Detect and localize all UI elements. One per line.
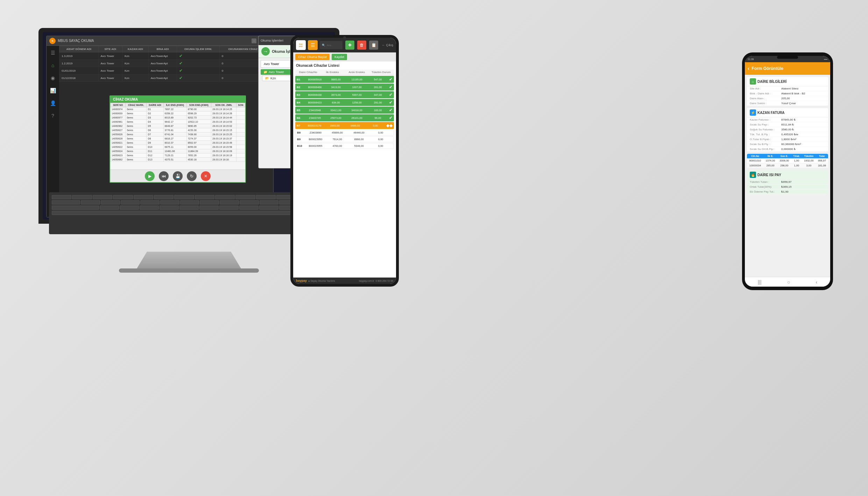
table-row[interactable]: 1.3.2019 Avcı Tower Kzn AvcıTowerApt ✔ 0 — [59, 52, 273, 60]
phone1-list-item[interactable]: B5 Z3403548 33411,00 34018,00 183,00 ✔ — [295, 107, 394, 114]
main-table: AİDAT DÖNEM ADI SİTE ADI KAZAN ADI BİNA … — [59, 46, 273, 82]
check-icon: ✔ — [389, 77, 393, 82]
key — [195, 195, 214, 199]
save-button[interactable]: 💾 — [173, 171, 183, 181]
refresh-button[interactable]: ↻ — [187, 171, 197, 181]
info-row: Sıcak Su B.Fly. : 60,360000 ₺/m² — [747, 142, 828, 147]
sidebar-icon-chart[interactable]: 📊 — [49, 86, 57, 95]
phone1-add-button[interactable]: ✚ — [345, 41, 354, 50]
check-icon: ✔ — [389, 108, 393, 113]
phone1-delete-button[interactable]: 🗑 — [357, 41, 366, 50]
tuketim-tutari-label: Tüketim Tutarı : — [750, 180, 781, 184]
first-button[interactable]: ⏮ — [159, 171, 169, 181]
daire-isi-section: 🔥 DAİRE ISI PAY Tüketim Tutarı : ₺956,97… — [747, 170, 828, 194]
nav-home-icon[interactable]: ○ — [787, 279, 790, 285]
cihaz-row[interactable]: 14050623SeresD127129.217652.2628.03.19 1… — [111, 153, 245, 158]
info-row: Daire Alanı : 205,00 — [747, 96, 828, 101]
cihaz-row[interactable]: 14050624SeresD1110481.6611884.3928.03.19… — [111, 149, 245, 153]
sidebar-icon-menu[interactable]: ☰ — [49, 49, 57, 57]
table-row[interactable]: 01/01/2019 Avcı Tower Kzn AvcıTowerApt ✔… — [59, 67, 273, 74]
cancel-button[interactable]: ✕ — [201, 171, 211, 181]
cihaz-row[interactable]: 14050622SeresD106875.118059.0028.03.19 1… — [111, 145, 245, 149]
sicak-su-pay-label: Sıcak Su Payı : — [750, 123, 781, 126]
phone1-list-item[interactable]: B8 Z3403690 45899,00 46446,00 0,00 — [295, 130, 394, 136]
cell-kazan: Kzn — [122, 74, 148, 82]
kaydet-button[interactable]: Kaydet — [332, 54, 347, 60]
fire-icon: 🔥 — [750, 172, 756, 178]
cell-bina: AvcıTowerApt — [148, 60, 177, 67]
phone1-search[interactable]: 🔍 Ara.. — [320, 41, 343, 49]
key — [101, 200, 120, 204]
tuketim-tutari-value: ₺956,97 — [781, 180, 825, 184]
phone1-exit-button[interactable]: ← Çıkış — [382, 43, 393, 47]
key — [52, 200, 80, 204]
sidebar-icon-home[interactable]: ⌂ — [49, 61, 57, 70]
table-row[interactable]: 1.2.2019 Avcı Tower Kzn AvcıTowerApt ✔ 0 — [59, 60, 273, 67]
ek-odeme-value: ₺1,93 — [781, 190, 825, 193]
col-t-kat: T.Kat. — [791, 154, 802, 158]
cell-check: ✔ — [177, 74, 220, 82]
col-daire-ciha: Daire CihazNo — [297, 71, 320, 74]
cihaz-row[interactable]: 14050626SeresD76741.047438.9028.03.19 18… — [111, 132, 245, 137]
sicak-su-ort-value: 0,000000 ₺ — [781, 148, 825, 151]
cell-check: ✔ — [177, 60, 220, 67]
phone1-list-item[interactable]: B10 B00015955 4783,00 5348,00 0,00 — [295, 143, 394, 149]
phone1-list-item[interactable]: B4 B00006423 634,00 1258,00 291,00 ✔ — [295, 99, 394, 106]
info-row: O.Tutar B.Fiyatı : 1,8000 ₺/m² — [747, 137, 828, 142]
cihaz-row[interactable]: 14050682SeresD134375.514530.1628.03.19 1… — [111, 158, 245, 162]
nav-menu-icon[interactable]: ||| — [758, 279, 762, 285]
phone1-device: baypay ☰ 🔍 Ara.. ✚ 🗑 📋 ← Çıkış Cihaz Oku… — [290, 35, 399, 287]
nav-back-icon[interactable]: ‹ — [816, 279, 818, 285]
cihaz-row[interactable]: 14060974SeresD17897.228790.0028.03.19 18… — [111, 107, 245, 112]
space-key — [52, 211, 326, 215]
phone1-camera — [343, 36, 346, 39]
phone1-list-item[interactable]: B6 Z3403745 25673,00 26101,00 96,00 ✔ — [295, 114, 394, 121]
cihaz-okuma-basla-button[interactable]: Cihaz Okuma Başlat — [295, 54, 330, 60]
daire-section-title: DAİRE BİLGİLERİ — [757, 80, 786, 84]
cell-site: Avcı Tower — [98, 60, 122, 67]
phone1-list-item[interactable]: B2 B00006468 3419,00 1007,00 261,00 ✔ — [295, 84, 394, 91]
sidebar-icon-globe[interactable]: ◉ — [49, 74, 57, 82]
phone1-list-item[interactable]: B7 B00015178 2993,00 3488,00 0,00 ◆◆ — [295, 122, 394, 129]
cell-kazan: Kzn — [122, 67, 148, 74]
cihaz-row[interactable]: 14050621SeresD98010.378502.9728.03.19 18… — [111, 141, 245, 145]
key — [199, 206, 219, 210]
cihaz-row[interactable]: 14060630SeresD26358.226598.2928.03.19 18… — [111, 112, 245, 116]
phone1-list-item[interactable]: B3 B00006438 3973,00 5397,00 347,00 ✔ — [295, 91, 394, 98]
cihaz-row[interactable]: 14060977SeresD38015.899202.7328.03.19 18… — [111, 116, 245, 120]
phone1-screen: baypay ☰ 🔍 Ara.. ✚ 🗑 📋 ← Çıkış Cihaz Oku… — [293, 38, 396, 284]
phone1-list-item[interactable]: B9 B00015950 7914,00 8966,00 0,00 — [295, 136, 394, 142]
key — [256, 195, 276, 199]
minimize-button[interactable]: − — [252, 38, 256, 43]
phone1-menu-button[interactable]: ☰ — [308, 40, 318, 50]
sicak-su-bfly-value: 60,360000 ₺/m² — [781, 143, 825, 146]
key — [72, 195, 92, 199]
phone1-col-headers: Daire CihazNo İlk Endeks Anlık Endeks Tü… — [295, 70, 394, 75]
exit-arrow-icon: ← — [382, 43, 385, 47]
key — [93, 195, 112, 199]
phone2-notch — [777, 56, 798, 59]
cihaz-row[interactable]: 14050627SeresD63776.814153.3028.03.19 18… — [111, 128, 245, 132]
play-button[interactable]: ▶ — [145, 171, 155, 181]
cihaz-row[interactable]: 14060981SeresD49642.1710522.1028.03.19 1… — [111, 120, 245, 124]
sidebar-icon-help[interactable]: ? — [49, 112, 57, 120]
phone1-list-item[interactable]: B1 B00005916 9885,00 12195,00 547,00 ✔ — [295, 76, 394, 83]
key — [239, 206, 259, 210]
ortak-tutar-value: ₺369,15 — [781, 185, 825, 188]
sidebar-icon-user[interactable]: 👤 — [49, 99, 57, 107]
cihaz-okuma-panel: CİHAZ OKUMA SERİ NO CİHAZ MARK. DAİRE AD… — [110, 95, 246, 183]
key — [140, 206, 159, 210]
cihaz-col-extra: SON — [236, 103, 245, 107]
phone1-logo: baypay — [296, 40, 306, 50]
back-button[interactable]: ‹ — [748, 65, 749, 72]
key — [260, 200, 279, 204]
cihaz-row[interactable]: 14050628SeresD86816.277274.3728.03.19 18… — [111, 137, 245, 141]
key — [160, 200, 179, 204]
cihaz-row[interactable]: 14060982SeresD58849.879890.8528.03.19 18… — [111, 124, 245, 128]
phone1-copy-button[interactable]: 📋 — [369, 41, 378, 50]
check-icon: ✔ — [389, 115, 393, 120]
table-row[interactable]: 01/12/2018 Avcı Tower Kzn AvcıTowerApt ✔… — [59, 74, 273, 82]
kazan-fatura-label: Kazan Faturası : — [750, 118, 781, 121]
col-header-site: SİTE ADI — [98, 46, 122, 52]
key — [134, 195, 153, 199]
